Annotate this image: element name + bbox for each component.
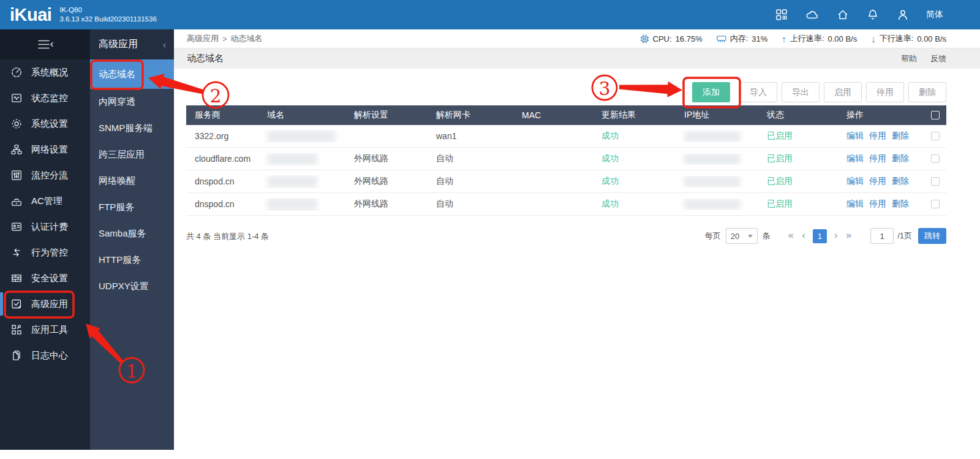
disable-link[interactable]: 停用 bbox=[869, 199, 886, 210]
page-jump-input[interactable] bbox=[870, 228, 894, 244]
add-button[interactable]: 添加 bbox=[692, 82, 730, 102]
submenu-item-udpxy[interactable]: UDPXY设置 bbox=[90, 273, 174, 300]
breadcrumb-parent[interactable]: 高级应用 bbox=[187, 33, 219, 44]
firmware-build: 3.6.13 x32 Build202301131536 bbox=[59, 15, 156, 24]
sidebar-item-status-monitor[interactable]: 状态监控 bbox=[0, 85, 90, 111]
row-checkbox[interactable] bbox=[931, 154, 940, 163]
swap-arrows-icon bbox=[10, 246, 23, 259]
bell-icon[interactable] bbox=[866, 8, 880, 21]
jump-button[interactable]: 跳转 bbox=[918, 228, 946, 244]
redacted-ip bbox=[684, 131, 741, 142]
row-checkbox[interactable] bbox=[931, 132, 940, 140]
cell-status: 已启用 bbox=[758, 153, 838, 164]
cpu-value: 16.75% bbox=[676, 34, 703, 44]
device-info: IK-Q80 3.6.13 x32 Build202301131536 bbox=[59, 6, 156, 24]
delete-button[interactable]: 删除 bbox=[908, 82, 946, 102]
sidebar-item-log-center[interactable]: 日志中心 bbox=[0, 343, 90, 368]
sidebar-item-system-overview[interactable]: 系统概况 bbox=[0, 59, 90, 85]
edit-link[interactable]: 编辑 bbox=[846, 153, 864, 164]
feedback-link[interactable]: 反馈 bbox=[930, 53, 946, 64]
table-header-row: 服务商 域名 解析设置 解析网卡 MAC 更新结果 IP地址 状态 操作 bbox=[186, 105, 946, 125]
sidebar-item-label: 网络设置 bbox=[31, 144, 68, 156]
home-icon[interactable] bbox=[836, 8, 850, 21]
apps-icon[interactable] bbox=[775, 8, 788, 21]
sidebar-collapse-button[interactable] bbox=[0, 29, 90, 59]
edit-link[interactable]: 编辑 bbox=[846, 176, 864, 187]
per-page-unit: 条 bbox=[763, 230, 771, 241]
cloud-icon[interactable] bbox=[805, 8, 820, 21]
sidebar-item-advanced-apps[interactable]: 高级应用 bbox=[0, 291, 90, 317]
help-link[interactable]: 帮助 bbox=[901, 53, 917, 64]
sidebar-item-label: AC管理 bbox=[31, 195, 62, 207]
row-checkbox[interactable] bbox=[931, 177, 940, 186]
ikuai-logo: iKuai bbox=[10, 5, 51, 25]
delete-link[interactable]: 删除 bbox=[892, 176, 909, 187]
app-tools-icon bbox=[10, 324, 23, 336]
sidebar-item-flow-control[interactable]: 流控分流 bbox=[0, 162, 90, 188]
cell-resolve-nic: 自动 bbox=[428, 199, 513, 210]
id-card-icon bbox=[10, 221, 23, 233]
submenu-item-label: HTTP服务 bbox=[99, 254, 141, 266]
delete-link[interactable]: 删除 bbox=[892, 131, 909, 142]
check-square-icon bbox=[10, 298, 23, 310]
network-icon bbox=[10, 143, 23, 156]
table-row: dnspod.cn 外网线路 自动 成功 已启用 编辑 停用 删除 bbox=[186, 170, 946, 193]
edit-link[interactable]: 编辑 bbox=[846, 131, 864, 142]
sidebar-item-auth-billing[interactable]: 认证计费 bbox=[0, 214, 90, 240]
next-page-button[interactable]: › bbox=[830, 230, 842, 241]
row-checkbox[interactable] bbox=[931, 200, 940, 208]
delete-link[interactable]: 删除 bbox=[892, 199, 909, 210]
sidebar-item-app-tools[interactable]: 应用工具 bbox=[0, 317, 90, 343]
submenu-item-http[interactable]: HTTP服务 bbox=[90, 247, 174, 273]
submenu-item-label: 内网穿透 bbox=[99, 96, 135, 108]
current-page-button[interactable]: 1 bbox=[813, 229, 827, 243]
submenu-item-label: FTP服务 bbox=[99, 202, 134, 213]
enable-button[interactable]: 启用 bbox=[824, 82, 862, 102]
breadcrumb-separator: > bbox=[222, 34, 227, 44]
sliders-icon bbox=[10, 169, 23, 181]
sidebar-item-network-settings[interactable]: 网络设置 bbox=[0, 137, 90, 162]
disable-link[interactable]: 停用 bbox=[869, 131, 886, 142]
table-row: dnspod.cn 外网线路 自动 成功 已启用 编辑 停用 删除 bbox=[186, 193, 946, 216]
header-resolve-setting: 解析设置 bbox=[345, 110, 428, 121]
sidebar-item-security-settings[interactable]: 安全设置 bbox=[0, 265, 90, 291]
sidebar-item-behavior-control[interactable]: 行为管控 bbox=[0, 240, 90, 265]
disable-link[interactable]: 停用 bbox=[869, 153, 886, 164]
submenu-item-ddns[interactable]: 动态域名 bbox=[90, 59, 174, 89]
submenu-item-intranet-penetration[interactable]: 内网穿透 bbox=[90, 89, 174, 115]
delete-link[interactable]: 删除 bbox=[892, 153, 909, 164]
submenu-item-cross-layer3[interactable]: 跨三层应用 bbox=[90, 142, 174, 168]
import-button[interactable]: 导入 bbox=[739, 82, 777, 102]
disable-button[interactable]: 停用 bbox=[866, 82, 904, 102]
submenu-item-label: 动态域名 bbox=[99, 69, 135, 80]
cell-resolve-setting: 外网线路 bbox=[345, 176, 428, 187]
sidebar-item-ac-management[interactable]: AC管理 bbox=[0, 188, 90, 214]
chevron-left-icon[interactable]: ‹ bbox=[163, 39, 166, 50]
submenu-item-ftp[interactable]: FTP服务 bbox=[90, 194, 174, 221]
disable-link[interactable]: 停用 bbox=[869, 176, 886, 187]
select-all-checkbox[interactable] bbox=[931, 111, 940, 119]
first-page-button[interactable]: « bbox=[784, 230, 798, 241]
table-row: cloudflare.com 外网线路 自动 成功 已启用 编辑 停用 删除 bbox=[186, 148, 946, 170]
last-page-button[interactable]: » bbox=[842, 230, 856, 241]
header-update-result: 更新结果 bbox=[593, 110, 676, 121]
hamburger-collapse-icon bbox=[36, 39, 55, 50]
table-row: 3322.org wan1 成功 已启用 编辑 停用 删除 bbox=[186, 125, 946, 148]
redacted-domain bbox=[267, 198, 317, 211]
header-resolve-nic: 解析网卡 bbox=[428, 110, 513, 121]
sidebar-item-label: 日志中心 bbox=[31, 350, 68, 362]
sidebar-item-system-settings[interactable]: 系统设置 bbox=[0, 111, 90, 137]
header-domain: 域名 bbox=[258, 110, 345, 121]
language-switch[interactable]: 简体 bbox=[926, 9, 943, 20]
user-icon[interactable] bbox=[896, 8, 910, 21]
submenu-item-snmp[interactable]: SNMP服务端 bbox=[90, 115, 174, 142]
sidebar-item-label: 认证计费 bbox=[31, 221, 68, 233]
submenu-item-wake-on-lan[interactable]: 网络唤醒 bbox=[90, 168, 174, 194]
export-button[interactable]: 导出 bbox=[782, 82, 820, 102]
title-links: 帮助 反馈 bbox=[901, 53, 946, 64]
prev-page-button[interactable]: ‹ bbox=[798, 230, 810, 241]
edit-link[interactable]: 编辑 bbox=[846, 199, 864, 210]
per-page-select[interactable]: 20 bbox=[726, 228, 758, 244]
cell-update-result: 成功 bbox=[593, 131, 676, 142]
submenu-item-samba[interactable]: Samba服务 bbox=[90, 221, 174, 247]
